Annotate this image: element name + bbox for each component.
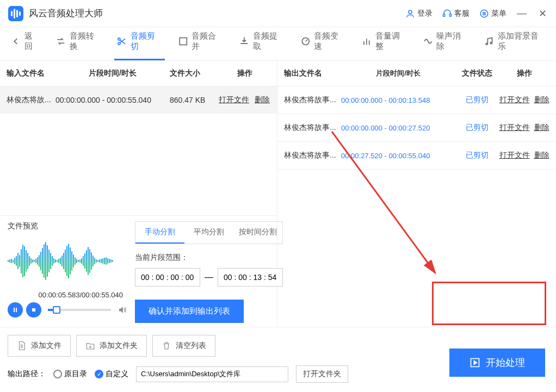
tab-volume[interactable]: 音量调整	[359, 28, 409, 60]
output-time: 00:00:27.520 - 00:00:55.040	[341, 152, 455, 160]
output-row: 林俊杰将故事...00:00:00.000 - 00:00:13.548已剪切打…	[277, 86, 556, 114]
input-filename: 林俊杰将故...	[7, 95, 55, 105]
tab-convert[interactable]: 音频转换	[53, 28, 103, 60]
output-path-label: 输出路径：	[8, 369, 46, 379]
output-open-link[interactable]: 打开文件	[499, 95, 530, 105]
app-title: 风云音频处理大师	[29, 7, 405, 20]
app-logo	[8, 6, 23, 21]
input-table-header: 输入文件名 片段时间/时长 文件大小 操作	[0, 61, 277, 86]
menu-button[interactable]: 菜单	[479, 9, 506, 18]
menu-icon	[479, 9, 489, 18]
pause-button[interactable]	[8, 302, 23, 318]
open-folder-button[interactable]: 打开文件夹	[296, 365, 348, 383]
waveform[interactable]	[8, 237, 127, 285]
output-delete-link[interactable]: 删除	[534, 151, 549, 160]
range-separator: —	[205, 272, 213, 282]
tab-extract[interactable]: 音频提取	[237, 28, 287, 60]
add-folder-button[interactable]: 添加文件夹	[76, 335, 147, 357]
output-time: 00:00:00.000 - 00:00:13.548	[341, 96, 455, 104]
input-delete-link[interactable]: 删除	[255, 95, 270, 105]
stop-icon	[30, 307, 37, 313]
tab-speed[interactable]: 音频变速	[298, 28, 348, 60]
svg-point-15	[490, 42, 492, 43]
volume-icon[interactable]	[118, 305, 127, 315]
radio-source-dir[interactable]: 原目录	[53, 369, 87, 379]
split-tab-manual[interactable]: 手动分割	[135, 222, 184, 244]
input-size: 860.47 KB	[170, 96, 219, 104]
tab-denoise[interactable]: 噪声消除	[421, 28, 471, 60]
merge-icon	[178, 36, 189, 47]
output-open-link[interactable]: 打开文件	[499, 151, 530, 160]
music-icon	[484, 36, 495, 47]
input-time: 00:00:00.000 - 00:00:55.040	[55, 96, 170, 104]
radio-custom-dir[interactable]: 自定义	[95, 369, 128, 379]
tab-cut[interactable]: 音频剪切	[114, 28, 164, 60]
volume-adjust-icon	[361, 36, 372, 47]
back-arrow-icon	[10, 36, 21, 47]
split-tab-bytime[interactable]: 按时间分割	[233, 222, 282, 244]
add-file-button[interactable]: 添加文件	[8, 335, 71, 357]
confirm-add-button[interactable]: 确认并添加到输出列表	[135, 300, 244, 323]
svg-point-0	[409, 10, 412, 14]
output-row: 林俊杰将故事...00:00:00.000 - 00:00:27.520已剪切打…	[277, 114, 556, 142]
range-from-input[interactable]	[135, 268, 200, 287]
svg-rect-1	[443, 14, 445, 16]
radio-checked-icon	[95, 370, 103, 378]
extract-icon	[239, 36, 250, 47]
output-path-input[interactable]	[136, 366, 288, 382]
start-processing-button[interactable]: 开始处理	[449, 349, 545, 377]
minimize-button[interactable]: —	[516, 8, 527, 19]
back-button[interactable]: 返回	[8, 28, 42, 60]
annotation-rect-start	[432, 282, 546, 325]
output-time: 00:00:00.000 - 00:00:27.520	[341, 124, 455, 132]
scissors-icon	[116, 36, 127, 47]
output-filename: 林俊杰将故事...	[284, 95, 341, 105]
trash-icon	[162, 341, 171, 351]
svg-rect-16	[14, 308, 15, 312]
split-tab-average[interactable]: 平均分割	[184, 222, 233, 244]
output-status: 已剪切	[455, 123, 499, 133]
clear-list-button[interactable]: 清空列表	[152, 335, 215, 357]
convert-icon	[55, 36, 66, 47]
input-open-link[interactable]: 打开文件	[219, 95, 249, 105]
svg-point-7	[118, 38, 120, 40]
output-status: 已剪切	[455, 151, 499, 160]
output-row: 林俊杰将故事...00:00:27.520 - 00:00:55.040已剪切打…	[277, 142, 556, 170]
close-button[interactable]: ✕	[537, 8, 548, 20]
output-delete-link[interactable]: 删除	[534, 123, 549, 133]
play-box-icon	[469, 357, 480, 368]
svg-rect-2	[450, 14, 452, 16]
range-label: 当前片段范围：	[135, 253, 283, 263]
svg-point-14	[486, 43, 487, 45]
input-row[interactable]: 林俊杰将故... 00:00:00.000 - 00:00:55.040 860…	[0, 86, 277, 114]
pause-icon	[12, 307, 18, 313]
output-table-header: 输出文件名 片段时间/时长 文件状态 操作	[277, 61, 556, 86]
headset-icon	[442, 9, 452, 18]
service-button[interactable]: 客服	[442, 9, 469, 18]
output-filename: 林俊杰将故事...	[284, 151, 341, 160]
preview-title: 文件预览	[8, 221, 127, 231]
tab-bgmusic[interactable]: 添加背景音乐	[481, 28, 548, 60]
folder-plus-icon	[85, 341, 95, 351]
svg-rect-9	[180, 38, 187, 45]
output-open-link[interactable]: 打开文件	[499, 123, 530, 133]
user-icon	[405, 9, 415, 18]
file-icon	[17, 341, 27, 351]
stop-button[interactable]	[26, 302, 41, 318]
login-button[interactable]: 登录	[405, 9, 433, 18]
svg-point-8	[118, 42, 120, 45]
tab-merge[interactable]: 音频合并	[176, 28, 226, 60]
speed-icon	[300, 36, 311, 47]
output-status: 已剪切	[455, 95, 499, 105]
svg-rect-18	[32, 308, 35, 312]
output-filename: 林俊杰将故事...	[284, 123, 341, 133]
time-display: 00:00:05.583/00:00:55.040	[8, 291, 127, 299]
radio-icon	[53, 370, 62, 378]
denoise-icon	[423, 36, 434, 47]
range-to-input[interactable]	[218, 268, 283, 287]
output-delete-link[interactable]: 删除	[534, 95, 549, 105]
progress-slider[interactable]	[48, 309, 111, 311]
svg-rect-17	[16, 308, 17, 312]
